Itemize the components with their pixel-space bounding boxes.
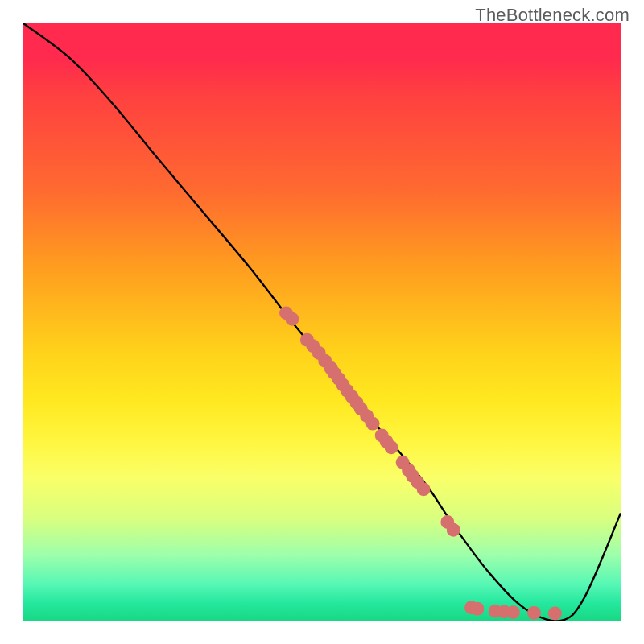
scatter-point	[464, 601, 478, 614]
chart-svg	[23, 23, 621, 621]
scatter-point	[279, 306, 293, 320]
scatter-point	[406, 469, 419, 483]
scatter-point	[360, 409, 374, 423]
scatter-point	[336, 378, 349, 391]
scatter-point	[548, 607, 562, 621]
scatter-point	[447, 523, 460, 537]
scatter-point	[375, 429, 389, 443]
scatter-point	[380, 435, 394, 448]
scatter-point	[402, 464, 415, 477]
scatter-group	[279, 306, 562, 620]
scatter-point	[341, 384, 354, 398]
scatter-point	[417, 482, 431, 496]
scatter-point	[300, 333, 314, 347]
scatter-point	[489, 605, 502, 618]
scatter-point	[396, 456, 410, 469]
scatter-point	[350, 396, 364, 410]
scatter-point	[285, 312, 299, 326]
scatter-point	[497, 605, 511, 618]
scatter-point	[354, 402, 368, 415]
scatter-point	[506, 605, 520, 619]
scatter-point	[332, 372, 345, 386]
bottleneck-curve-line	[23, 23, 621, 621]
scatter-point	[527, 606, 541, 620]
scatter-point	[345, 390, 359, 403]
scatter-point	[470, 602, 484, 616]
scatter-point	[385, 440, 398, 454]
scatter-point	[324, 361, 338, 375]
line-series-group	[23, 23, 621, 621]
scatter-point	[440, 515, 454, 529]
scatter-point	[411, 475, 424, 489]
chart-container: TheBottleneck.com	[0, 0, 644, 644]
scatter-point	[318, 354, 332, 368]
scatter-point	[327, 366, 341, 380]
scatter-point	[306, 339, 320, 353]
plot-area	[23, 23, 621, 621]
scatter-point	[366, 417, 380, 431]
scatter-point	[312, 346, 326, 360]
